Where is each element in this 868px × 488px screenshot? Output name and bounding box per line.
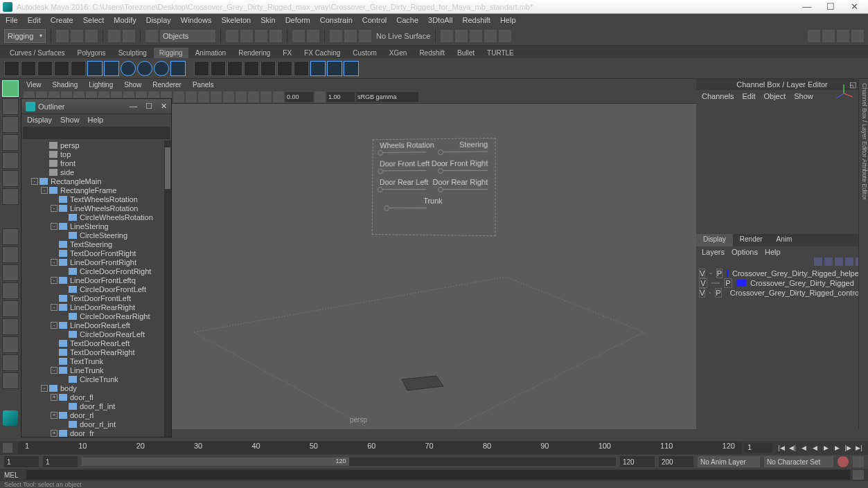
outliner-titlebar[interactable]: Outliner —☐✕	[21, 99, 171, 114]
shelf-tab[interactable]: Redshift	[414, 48, 450, 58]
character-set-dropdown[interactable]: No Character Set	[764, 456, 833, 467]
outliner-node[interactable]: -LineDoorRearLeft	[21, 320, 171, 329]
outliner-menu-item[interactable]: Show	[60, 116, 80, 124]
menu-file[interactable]: File	[6, 16, 18, 24]
shelf-icon[interactable]	[194, 61, 209, 76]
toggle-icon[interactable]	[441, 30, 453, 42]
layout-four[interactable]	[2, 246, 19, 263]
shelf-icon[interactable]	[71, 61, 86, 76]
shelf-tab[interactable]: Custom	[347, 48, 382, 58]
layer-menu-item[interactable]: Help	[765, 248, 781, 256]
shelf-icon[interactable]	[121, 61, 136, 76]
channel-menu-item[interactable]: Edit	[742, 92, 755, 100]
history-icon[interactable]	[292, 30, 305, 42]
panel-layout-icon[interactable]	[808, 30, 820, 42]
outliner-node[interactable]: CircleDoorRearLeft	[21, 329, 171, 338]
play-fwd-icon[interactable]: ▶	[821, 443, 831, 453]
outliner-node[interactable]: -RectangleMain	[21, 177, 171, 186]
color-mgmt-dropdown[interactable]: sRGB gamma	[356, 92, 418, 102]
outliner-node[interactable]: CircleSteering	[21, 231, 171, 240]
current-frame-field[interactable]: 1	[745, 443, 772, 453]
go-start-icon[interactable]: |◀	[777, 443, 786, 453]
select-mode-icon[interactable]	[145, 30, 158, 42]
outliner-node[interactable]: -LineWheelsRotation	[21, 204, 171, 213]
toggle-icon[interactable]	[499, 30, 511, 42]
menu-display[interactable]: Display	[146, 16, 171, 24]
layer-btn-icon[interactable]	[824, 257, 833, 266]
select-tool[interactable]	[2, 80, 19, 97]
layer-btn-icon[interactable]	[835, 257, 843, 266]
outliner-node[interactable]: CircleDoorFrontRight	[21, 266, 171, 275]
shelf-icon[interactable]	[104, 61, 119, 76]
outliner-node[interactable]: CircleDoorFrontLeft	[21, 284, 171, 293]
layer-tab[interactable]: Render	[733, 234, 770, 246]
range-bar[interactable]: 120	[82, 458, 616, 466]
step-fwd-icon[interactable]: ▶	[832, 443, 842, 453]
snap-grid-icon[interactable]	[226, 30, 238, 42]
shelf-tab[interactable]: Curves / Surfaces	[4, 48, 70, 58]
command-input[interactable]	[26, 470, 850, 480]
outliner-node[interactable]: -LineDoorFrontRight	[21, 257, 171, 266]
outliner-node[interactable]: front	[21, 159, 171, 168]
panel-icon[interactable]	[173, 91, 184, 102]
menu-control[interactable]: Control	[362, 16, 387, 24]
script-lang-label[interactable]: MEL	[4, 471, 24, 479]
layer-btn-icon[interactable]	[845, 257, 853, 266]
layout-graph[interactable]	[2, 336, 19, 353]
outliner-tree[interactable]: persptopfrontside-RectangleMain-Rectangl…	[21, 141, 171, 437]
panel-menu-item[interactable]: Lighting	[89, 81, 113, 89]
layout-two-v[interactable]	[2, 282, 19, 299]
construction-icon[interactable]	[307, 30, 319, 42]
shelf-tab[interactable]: Polygons	[71, 48, 111, 58]
panel-menu-item[interactable]: Shading	[53, 81, 78, 89]
outliner-node[interactable]: top	[21, 150, 171, 159]
shelf-icon[interactable]	[344, 61, 359, 76]
play-back-icon[interactable]: ◀	[810, 443, 820, 453]
render-settings-icon[interactable]	[359, 30, 371, 42]
menu-modify[interactable]: Modify	[114, 16, 136, 24]
shelf-icon[interactable]	[294, 61, 309, 76]
layout-two-h[interactable]	[2, 264, 19, 281]
layout-custom[interactable]	[2, 372, 19, 389]
timeline-menu-icon[interactable]	[3, 443, 12, 453]
channel-menu-item[interactable]: Channels	[702, 92, 734, 100]
outliner-node[interactable]: -LineDoorFrontLeftq	[21, 275, 171, 284]
outliner-node[interactable]: TextDoorFrontRight	[21, 248, 171, 257]
autokey-icon[interactable]	[838, 456, 849, 467]
menu-cache[interactable]: Cache	[396, 16, 418, 24]
step-back-icon[interactable]: ◀	[799, 443, 808, 453]
outliner-menu-item[interactable]: Display	[27, 116, 52, 124]
shelf-icon[interactable]	[227, 61, 242, 76]
menu-create[interactable]: Create	[51, 16, 73, 24]
shelf-tab[interactable]: Rigging	[154, 48, 188, 58]
shelf-tab[interactable]: Sculpting	[113, 48, 152, 58]
outliner-node[interactable]: +door_fl	[21, 392, 171, 401]
time-slider[interactable]: 1102030405060708090100110120 1 |◀◀|◀◀▶▶|…	[0, 441, 868, 455]
panel-layout-icon[interactable]	[851, 30, 864, 42]
panel-layout-icon[interactable]	[822, 30, 835, 42]
shelf-icon[interactable]	[137, 61, 152, 76]
outliner-node[interactable]: -LineDoorRearRight	[21, 302, 171, 311]
layer-menu-item[interactable]: Layers	[702, 248, 725, 256]
panel-icon[interactable]	[236, 91, 247, 102]
outliner-node[interactable]: -body	[21, 383, 171, 392]
side-tabs[interactable]: Channel Box / Layer Editor Attribute Edi…	[858, 79, 868, 429]
minimize-button[interactable]: —	[800, 2, 814, 12]
layer-tab[interactable]: Display	[696, 234, 733, 246]
shelf-icon[interactable]	[277, 61, 292, 76]
menu-windows[interactable]: Windows	[181, 16, 212, 24]
layer-menu-item[interactable]: Options	[732, 248, 758, 256]
range-playback-start[interactable]: 1	[43, 456, 78, 467]
outliner-node[interactable]: TextTrunk	[21, 356, 171, 365]
toggle-icon[interactable]	[470, 30, 482, 42]
snap-plane-icon[interactable]	[269, 30, 282, 42]
shelf-icon[interactable]	[170, 61, 186, 76]
shelf-tab[interactable]: FX Caching	[299, 48, 346, 58]
panel-layout-icon[interactable]	[837, 30, 849, 42]
shelf-icon[interactable]	[54, 61, 69, 76]
outliner-node[interactable]: door_rl_int	[21, 419, 171, 428]
gamma-field[interactable]: 1.00	[327, 92, 355, 102]
menu-help[interactable]: Help	[500, 16, 516, 24]
menu-skeleton[interactable]: Skeleton	[221, 16, 251, 24]
close-button[interactable]: ✕	[847, 2, 861, 12]
